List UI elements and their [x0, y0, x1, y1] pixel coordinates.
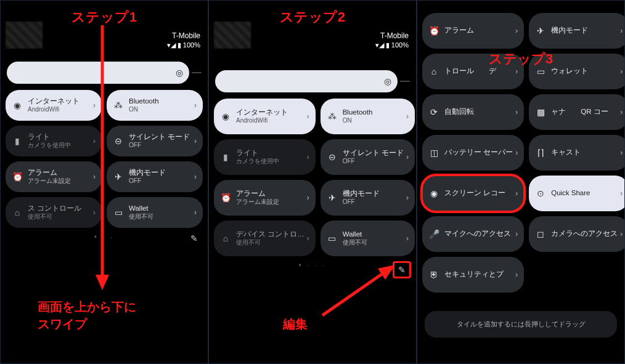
alarm-icon: ⏰ — [220, 193, 231, 203]
chevron-right-icon: › — [406, 112, 409, 121]
panel-step2: ステップ2 T-Mobile ▾◢ ▮ 100% ◎ ◉インターネットAndro… — [208, 0, 417, 364]
cast-icon: ⌈⌉ — [535, 148, 546, 158]
chevron-right-icon: › — [406, 153, 409, 161]
chevron-right-icon: › — [515, 67, 518, 76]
tile-silent[interactable]: ⊝サイレント モードOFF› — [107, 126, 203, 156]
plane-icon: ✈ — [535, 26, 546, 36]
chevron-right-icon: › — [307, 112, 309, 121]
chevron-right-icon: › — [515, 270, 518, 279]
tile-plane[interactable]: ✈機内モードOFF› — [321, 180, 415, 216]
edit-icon-highlighted[interactable]: ✎ — [393, 261, 411, 278]
svg-line-2 — [322, 269, 389, 315]
chevron-right-icon: › — [194, 172, 197, 181]
card-icon: ▭ — [535, 67, 546, 76]
tile-alarm[interactable]: ⏰アラームアラーム未設定› — [6, 161, 102, 192]
tile-title: 自動回転 — [444, 108, 513, 116]
carrier-label: T-Mobile — [375, 31, 409, 40]
chevron-right-icon: › — [515, 189, 518, 198]
quick-tiles-grid: ◉インターネットAndroidWifi›⁂BluetoothON›▮ライトカメラ… — [211, 99, 414, 256]
tile-flash[interactable]: ▮ライトカメラを使用中› — [214, 139, 316, 175]
signal-icons: ▾◢ ▮ — [167, 41, 181, 49]
silent-icon: ⊝ — [327, 152, 338, 162]
qr-icon: ▩ — [535, 107, 546, 117]
tile-title: Quick Share — [551, 189, 618, 198]
tile-title: マイクへのアクセス — [444, 230, 513, 238]
tile-bt[interactable]: ⁂BluetoothON› — [107, 90, 203, 121]
tile-title: 機内モード — [551, 26, 618, 35]
tile-subtitle: カメラを使用中 — [236, 158, 304, 165]
tile-share[interactable]: ⊙Quick Share› — [529, 176, 625, 211]
chevron-right-icon: › — [406, 234, 409, 243]
page-indicator: • · · · — [211, 261, 414, 270]
tile-plane[interactable]: ✈機内モード› — [529, 13, 625, 49]
tile-title: ライト — [28, 133, 91, 142]
shield-icon: ⛨ — [428, 270, 439, 280]
chevron-right-icon: › — [194, 208, 197, 217]
tile-title: キャスト — [551, 148, 618, 157]
tile-subtitle: OFF — [343, 158, 404, 165]
tile-flash[interactable]: ▮ライトカメラを使用中› — [6, 126, 102, 156]
tile-wifi[interactable]: ◉インターネットAndroidWifi› — [214, 99, 316, 134]
wifi-icon: ◉ — [12, 100, 23, 110]
camera-icon: ◻ — [535, 229, 546, 239]
tile-title: セキュリティとプ — [444, 270, 513, 279]
tile-subtitle: ON — [129, 106, 192, 113]
brightness-slider[interactable]: ◎ — [215, 70, 410, 92]
swipe-annotation: 画面を上から下に スワイプ — [38, 298, 136, 333]
chevron-right-icon: › — [93, 208, 96, 217]
tile-card[interactable]: ▭Wallet使用不可› — [321, 220, 415, 256]
tile-home[interactable]: ⌂ス コントロール使用不可› — [6, 197, 102, 228]
tile-plane[interactable]: ✈機内モードOFF› — [107, 161, 203, 192]
tile-mic[interactable]: 🎤マイクへのアクセス› — [422, 216, 524, 252]
tile-title: アラーム — [236, 190, 304, 198]
tile-card[interactable]: ▭ウォレット› — [529, 54, 625, 89]
tile-subtitle: OFF — [343, 198, 404, 206]
battery-label: 100% — [391, 41, 409, 49]
quick-tiles-grid: ◉インターネットAndroidWifi›⁂BluetoothON›▮ライトカメラ… — [3, 90, 205, 228]
tile-rotate[interactable]: ⟳自動回転› — [422, 94, 524, 130]
chevron-right-icon: › — [620, 67, 623, 76]
sun-icon: ◎ — [176, 68, 183, 78]
record-icon: ◉ — [428, 188, 439, 198]
tile-title: Bluetooth — [129, 97, 192, 106]
tile-subtitle: ON — [343, 117, 404, 124]
tile-title: バッテリー セーバー — [444, 148, 513, 157]
home-icon: ⌂ — [12, 208, 23, 217]
tile-qr[interactable]: ▩ャナ QR コー› — [529, 94, 625, 130]
tile-home[interactable]: ⌂デバイス コントロ…使用不可› — [214, 220, 316, 256]
tile-alarm[interactable]: ⏰アラームアラーム未設定› — [214, 180, 316, 216]
panel-step3: ⏰アラーム›✈機内モード›⌂トロール デ›▭ウォレット›⟳自動回転›▩ャナ QR… — [417, 0, 625, 364]
tile-subtitle: 使用不可 — [236, 239, 304, 246]
tile-home[interactable]: ⌂トロール デ› — [422, 54, 524, 89]
tile-shield[interactable]: ⛨セキュリティとプ› — [422, 257, 524, 293]
bt-icon: ⁂ — [327, 111, 338, 121]
battery-label: 100% — [183, 41, 200, 49]
page-indicator: • · · — [3, 233, 205, 241]
tile-title: サイレント モード — [129, 133, 192, 142]
brightness-slider[interactable]: ◎ — [7, 62, 202, 84]
alarm-icon: ⏰ — [12, 172, 23, 182]
tile-title: スクリーン レコー — [444, 189, 513, 198]
brightness-max-line — [192, 72, 202, 73]
tile-alarm[interactable]: ⏰アラーム› — [422, 13, 524, 49]
tile-record[interactable]: ◉スクリーン レコー› — [422, 176, 524, 211]
avatar-blur — [214, 22, 251, 49]
tile-bt[interactable]: ⁂BluetoothON› — [321, 99, 415, 134]
tile-wifi[interactable]: ◉インターネットAndroidWifi› — [6, 90, 102, 121]
tile-silent[interactable]: ⊝サイレント モードOFF› — [321, 139, 415, 175]
chevron-right-icon: › — [93, 101, 96, 110]
flash-icon: ▮ — [12, 136, 23, 146]
edit-icon[interactable]: ✎ — [190, 233, 198, 243]
home-icon: ⌂ — [428, 67, 439, 76]
tile-card[interactable]: ▭Wallet使用不可› — [107, 197, 203, 228]
tile-cast[interactable]: ⌈⌉キャスト› — [529, 135, 625, 171]
tile-camera[interactable]: ◻カメラへのアクセス› — [529, 216, 625, 252]
tile-title: ライト — [236, 149, 304, 158]
plane-icon: ✈ — [113, 172, 124, 182]
chevron-right-icon: › — [93, 172, 96, 181]
tile-battery[interactable]: ◫バッテリー セーバー› — [422, 135, 524, 171]
tile-subtitle: OFF — [129, 177, 192, 185]
tile-title: アラーム — [28, 169, 91, 177]
tile-subtitle: 使用不可 — [343, 239, 404, 246]
chevron-right-icon: › — [620, 189, 623, 198]
